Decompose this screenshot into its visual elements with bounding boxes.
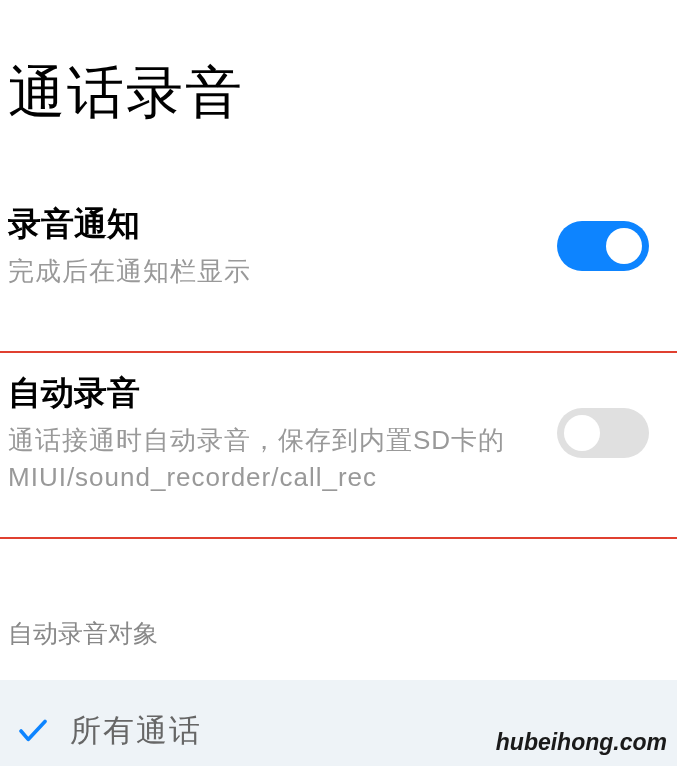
auto-recording-subtitle: 通话接通时自动录音，保存到内置SD卡的MIUI/sound_recorder/c…	[8, 422, 557, 495]
auto-recording-section: 自动录音 通话接通时自动录音，保存到内置SD卡的MIUI/sound_recor…	[0, 351, 677, 539]
radio-option-label: 所有通话	[70, 710, 202, 752]
auto-recording-row[interactable]: 自动录音 通话接通时自动录音，保存到内置SD卡的MIUI/sound_recor…	[0, 353, 677, 537]
auto-recording-toggle[interactable]	[557, 408, 649, 458]
recording-notification-subtitle: 完成后在通知栏显示	[8, 253, 557, 289]
recording-notification-title: 录音通知	[8, 202, 557, 247]
section-header-auto-recording-target: 自动录音对象	[0, 539, 677, 680]
recording-notification-text: 录音通知 完成后在通知栏显示	[8, 202, 557, 289]
toggle-knob	[564, 415, 600, 451]
auto-recording-text: 自动录音 通话接通时自动录音，保存到内置SD卡的MIUI/sound_recor…	[8, 371, 557, 495]
recording-notification-toggle[interactable]	[557, 221, 649, 271]
checkmark-icon	[18, 719, 48, 743]
auto-recording-title: 自动录音	[8, 371, 557, 416]
toggle-knob	[606, 228, 642, 264]
page-title: 通话录音	[0, 0, 677, 182]
watermark: hubeihong.com	[496, 729, 667, 756]
recording-notification-row[interactable]: 录音通知 完成后在通知栏显示	[0, 182, 677, 309]
